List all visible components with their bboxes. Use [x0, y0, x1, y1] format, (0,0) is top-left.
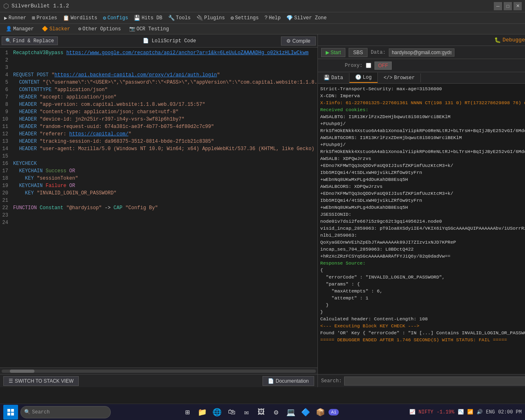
- referer-link[interactable]: https://capital.com/: [69, 131, 128, 137]
- time-label: 02:00 PM: [498, 409, 522, 415]
- sub-ocrtesting-label: OCR Testing: [137, 26, 169, 32]
- debugger-tabs: 💾 Data 🕐 Log </> Browser: [318, 72, 525, 84]
- output-line: AWSALBTG: I1R13KrlFzxZDeHjbqwut8iS010Wrc…: [320, 113, 525, 120]
- menu-help[interactable]: ? Help: [262, 14, 283, 22]
- line-number-21: 21: [0, 197, 11, 204]
- line-content-6: CONTENTTYPE "application/json": [11, 86, 317, 94]
- menu-configs[interactable]: ⚙ Configs: [100, 14, 130, 22]
- minimize-button[interactable]: ─: [494, 2, 502, 10]
- nifty-label: NIFTY: [419, 409, 434, 415]
- sub-manager[interactable]: 👤 Manager: [2, 25, 37, 33]
- data-input[interactable]: [389, 48, 454, 57]
- menu-hitsdb[interactable]: 💾 Hits DB: [131, 14, 164, 22]
- output-line: +wEbnNq8UKwMxPLg4dDuKahDB8Esq5H: [320, 176, 525, 183]
- line-number-18: 18: [0, 175, 11, 182]
- help-icon: ?: [265, 15, 268, 21]
- menu-plugins[interactable]: 🔌 Plugins: [194, 14, 227, 22]
- taskbar-search-bar[interactable]: 🔍 Search: [21, 406, 111, 418]
- documentation-button[interactable]: 📄 Documentation: [262, 376, 314, 386]
- code-area[interactable]: 1 RecaptchaV3Bypass https://www.google.c…: [0, 48, 317, 368]
- code-line-16: 16 KEYCHECK: [0, 160, 317, 167]
- proxy-off-button[interactable]: OFF: [374, 62, 392, 70]
- taskbar-left: 🔍 Search: [3, 405, 111, 420]
- tab-log[interactable]: 🕐 Log: [349, 73, 378, 83]
- taskbar-app2[interactable]: 📦: [314, 406, 327, 419]
- menu-proxies[interactable]: ⊞ Proxies: [30, 14, 59, 22]
- menu-runner[interactable]: ▶ Runner: [2, 14, 29, 22]
- code-line-18: 18 KEY "sessionToken": [0, 175, 317, 182]
- output-line: <--- Executing Block KEY CHECK --->: [320, 322, 525, 329]
- taskbar-search-label: Search: [32, 409, 50, 415]
- menu-help-label: Help: [269, 15, 281, 21]
- sub-otheroptions[interactable]: ⚙ Other Options: [75, 25, 124, 33]
- stack-icon: ☰: [9, 378, 13, 384]
- taskbar-edge[interactable]: 🌐: [210, 406, 224, 419]
- taskbar-task-view[interactable]: ⊞: [181, 406, 194, 419]
- menu-wordlists[interactable]: 📋 Wordlists: [60, 14, 100, 22]
- close-button[interactable]: ✕: [514, 2, 522, 10]
- code-line-13: 13 HEADER "tracking-session-id: da968375…: [0, 138, 317, 145]
- code-line-22: 22 FUNCTION Constant "@hardyisop" -> CAP…: [0, 204, 317, 212]
- data-tab-label: Data: [331, 75, 343, 81]
- taskbar-app1[interactable]: 🔷: [299, 406, 312, 419]
- taskbar-terminal[interactable]: 💻: [284, 406, 297, 419]
- sub-manager-label: Manager: [13, 26, 34, 32]
- find-replace-button[interactable]: 🔍 Find & Replace: [2, 37, 58, 45]
- maximize-button[interactable]: □: [504, 2, 512, 10]
- code-scrollbar[interactable]: [0, 368, 317, 374]
- stock-label: 📈: [409, 409, 415, 415]
- line-content-8: HEADER "app-version: com.capital.website…: [11, 101, 317, 108]
- line-content-21: [11, 197, 317, 204]
- output-line: "maxAttempts" : 6,: [320, 288, 525, 294]
- recaptcha-link[interactable]: https://www.google.com/recaptcha/api2/an…: [66, 50, 309, 56]
- taskbar-center: ⊞ 📁 🌐 🛍 ✉ 🖼 ⚙ 💻 🔷 📦 Ai: [181, 406, 339, 419]
- line-number-16: 16: [0, 160, 11, 167]
- menu-tools-label: Tools: [176, 15, 191, 21]
- scroll-track[interactable]: [2, 370, 316, 373]
- slacker-icon: 🔶: [42, 26, 48, 32]
- proxy-controls: Proxy: OFF: [318, 59, 525, 72]
- menu-tools[interactable]: 🔧 Tools: [166, 14, 193, 22]
- line-content-20: KEY "INVALID_LOGIN_OR_PASSWORD": [11, 189, 317, 197]
- proxy-checkbox[interactable]: [366, 63, 371, 68]
- sbs-button[interactable]: SBS: [349, 48, 368, 57]
- compile-button[interactable]: ⚙ Compile: [281, 37, 316, 46]
- output-line: JSESSIONID:: [320, 211, 525, 218]
- tab-data[interactable]: 💾 Data: [318, 73, 349, 82]
- line-content-15: [11, 153, 317, 160]
- line-number-8: 8: [0, 101, 11, 108]
- taskbar-mail[interactable]: ✉: [240, 406, 253, 419]
- debugger-output[interactable]: Strict-Transport-Security: max-age=31536…: [318, 84, 525, 374]
- api-link[interactable]: https://api.backend-capital.com/proxy/v1…: [55, 72, 217, 78]
- taskbar-store[interactable]: 🛍: [225, 406, 238, 419]
- sub-ocrtesting[interactable]: 📷 OCR Testing: [126, 25, 172, 33]
- start-button[interactable]: ▶ Start: [321, 48, 345, 57]
- code-line-3: 3: [0, 64, 317, 71]
- line-content-19: KEYCHAIN Failure OR: [11, 182, 317, 189]
- taskbar-explorer[interactable]: 📁: [196, 406, 209, 419]
- line-number-12: 12: [0, 130, 11, 138]
- debugger-search-input[interactable]: [344, 377, 525, 386]
- left-bottom-bar: ☰ SWITCH TO STACK VIEW 📄 Documentation: [0, 374, 317, 387]
- line-number-5: 5: [0, 79, 11, 86]
- menu-silverzone[interactable]: 💎 Silver Zone: [284, 14, 329, 22]
- line-number-17: 17: [0, 167, 11, 175]
- line-content-22: FUNCTION Constant "@hardyisop" -> CAP "C…: [11, 204, 317, 212]
- ai-badge[interactable]: Ai: [329, 409, 339, 415]
- output-line: {: [320, 267, 525, 274]
- start-menu-button[interactable]: [3, 405, 18, 420]
- menu-settings[interactable]: ⚙ Settings: [228, 14, 261, 22]
- switch-to-stack-view-button[interactable]: ☰ SWITCH TO STACK VIEW: [3, 376, 79, 386]
- taskbar-settings-tray[interactable]: ⚙: [269, 406, 283, 419]
- sub-slacker[interactable]: 🔶 Slacker: [39, 25, 73, 33]
- tab-browser[interactable]: </> Browser: [378, 73, 421, 82]
- wordlists-icon: 📋: [63, 15, 69, 21]
- line-content-12: HEADER "referer: https://capital.com/": [11, 130, 317, 138]
- output-line: Received cookies:: [320, 106, 525, 113]
- start-label: Start: [331, 50, 341, 55]
- code-line-24: 24: [0, 219, 317, 226]
- output-line: +FUuhp0j/: [320, 120, 525, 127]
- scroll-thumb[interactable]: [10, 370, 34, 373]
- taskbar-photos[interactable]: 🖼: [255, 406, 268, 419]
- browser-tab-label: Browser: [394, 75, 415, 81]
